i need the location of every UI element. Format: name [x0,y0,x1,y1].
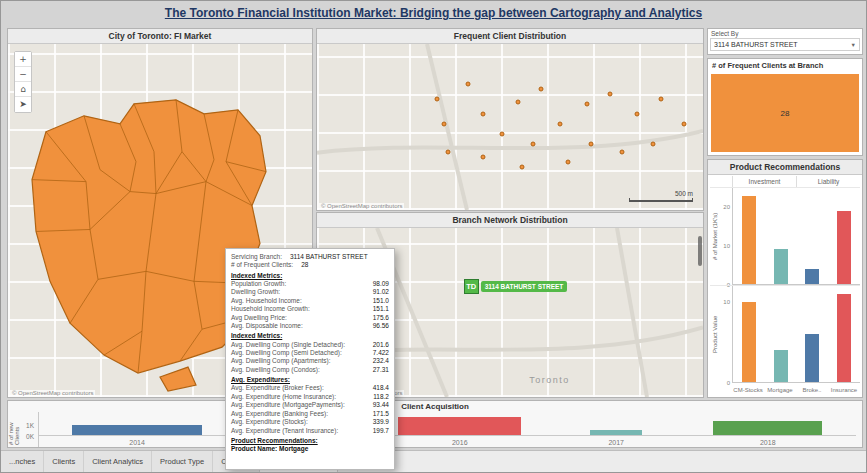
tab-nches[interactable]: ...nches [1,451,44,472]
client-dot[interactable] [446,149,451,154]
client-dot[interactable] [589,141,594,146]
tooltip-row: Dwelling Growth:91.02 [231,288,389,296]
client-dot[interactable] [515,100,520,105]
bar[interactable] [837,211,851,284]
client-dot[interactable] [558,121,563,126]
branch-select-dropdown[interactable]: 3114 BATHURST STREET ▼ [710,38,860,51]
client-acquisition-panel: Client Acquisition # of new Clients 1K0K… [7,400,863,448]
tooltip-value: 232.4 [373,357,389,365]
tab-client-analytics[interactable]: Client Analytics [84,451,152,472]
tab-product-type[interactable]: Product Type [152,451,213,472]
fi-market-title: City of Toronto: FI Market [8,29,312,44]
select-by-label: Select By [708,29,862,37]
bar[interactable] [805,269,819,284]
bar[interactable] [774,249,788,284]
client-dot[interactable] [480,111,485,116]
chart-row: Product Value100 [710,285,860,383]
tab-clients[interactable]: Clients [44,451,84,472]
client-dot[interactable] [500,131,505,136]
column-group-header: Investment [732,176,796,187]
tooltip-label: Dwelling Growth: [231,288,280,296]
bar[interactable] [837,294,851,382]
client-dot[interactable] [585,101,590,106]
branch-marker[interactable]: TD 3114 BATHURST STREET [464,279,568,294]
client-dot[interactable] [650,141,655,146]
client-dot[interactable] [531,141,536,146]
tooltip-label: Servicing Branch: [231,253,282,261]
tooltip-row: Avg. Expenditure (Stocks):339.9 [231,418,389,426]
client-dot[interactable] [635,111,640,116]
pan-arrow-icon[interactable]: ➤ [15,97,31,112]
zoom-in-button[interactable]: + [15,52,31,67]
chart-plot [732,188,860,285]
client-dot[interactable] [681,121,686,126]
year-bar[interactable] [713,421,822,436]
tooltip-label: Population Growth: [231,280,286,288]
y-axis-label: # of Market (1K's) [710,188,719,285]
year-bar[interactable] [398,417,521,436]
tableau-dashboard: The Toronto Financial Institution Market… [0,0,867,473]
tooltip-row: Avg. Expenditure (Home Insurance):118.2 [231,393,389,401]
client-acquisition-chart: 2014201620172018 [38,412,856,447]
client-dot[interactable] [480,154,485,159]
client-dot[interactable] [565,159,570,164]
tooltip-row: Product Name: Mortgage [231,445,389,453]
client-dot[interactable] [519,164,524,169]
client-dot[interactable] [538,86,543,91]
frequent-clients-count-panel: # of Frequent Clients at Branch 28 [707,58,863,156]
tooltip-value: 199.7 [373,427,389,435]
tooltip-value: 118.2 [373,393,389,401]
tooltip-row: Avg. Expenditure (Broker Fees):418.4 [231,384,389,392]
td-logo-icon: TD [464,279,479,294]
frequent-clients-count-mark[interactable]: 28 [711,74,859,152]
frequent-clients-count-value: 28 [781,109,790,118]
x-tick-label: 2018 [760,439,776,446]
client-dot[interactable] [442,121,447,126]
bar[interactable] [774,350,788,382]
x-tick-label: 2017 [608,439,624,446]
tab-label: Clients [52,457,75,466]
tooltip-value: 96.56 [373,322,389,330]
tooltip-value: 418.4 [373,384,389,392]
category-label: Insurance [828,384,860,396]
tooltip-row: Avg. Household Income:151.0 [231,297,389,305]
year-bar[interactable] [590,430,641,436]
client-dot[interactable] [658,96,663,101]
chevron-down-icon: ▼ [851,42,856,48]
zoom-home-icon[interactable]: ⌂ [15,82,31,97]
bar[interactable] [742,302,756,382]
y-axis-label: Product Value [710,286,719,383]
tooltip-section-heading: Indexed Metrics: [231,271,389,280]
tooltip-label: Avg. Expenditure (Tenant Insurance): [231,427,338,435]
tooltip-value: 339.9 [373,418,389,426]
tooltip-value: 28 [301,261,308,269]
tooltip-value: 151.1 [373,305,389,313]
tooltip-value: 7.422 [373,349,389,357]
tooltip-label: Avg Dwelling Price: [231,314,287,322]
y-tick-label: 10 [723,243,730,249]
year-bar[interactable] [72,425,203,436]
tooltip-label: Avg. Expenditure (MortgagePayments): [231,401,345,409]
client-dot[interactable] [434,96,439,101]
dashboard-header: The Toronto Financial Institution Market… [7,3,860,23]
page-title: The Toronto Financial Institution Market… [165,6,702,20]
map-scrollbar-thumb[interactable] [698,236,702,266]
category-label: CM-Stocks [732,384,764,396]
zoom-out-button[interactable]: − [15,67,31,82]
frequent-client-map[interactable]: 500 m © OpenStreetMap contributors [317,44,703,210]
y-tick-label: 0 [727,380,730,386]
client-dot[interactable] [465,81,470,86]
product-recommendations-title: Product Recommendations [708,160,862,175]
y-tick-label: 10 [723,299,730,305]
tooltip-value: 91.02 [373,288,389,296]
map-scale-bar: 500 m [629,190,693,202]
bar[interactable] [805,334,819,382]
x-tick-label: 2014 [129,439,145,446]
client-dot[interactable] [619,149,624,154]
category-label: Broke.. [796,384,828,396]
tooltip-label: Avg. Expenditure (Banking Fees): [231,410,328,418]
tooltip-row: Servicing Branch:3114 BATHURST STREET [231,253,389,261]
tooltip-row: Avg. Dwelling Comp (Semi Detached):7.422 [231,349,389,357]
client-dot[interactable] [608,91,613,96]
bar[interactable] [742,196,756,284]
